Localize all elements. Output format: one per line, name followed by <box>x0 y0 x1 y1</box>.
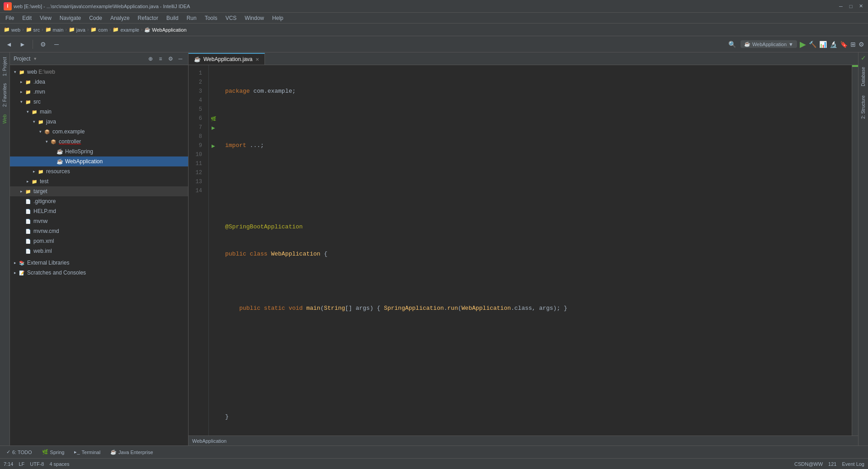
tree-item-pomxml[interactable]: 📄 pom.xml <box>10 236 188 246</box>
toolbar-minimize-panel-btn[interactable]: ─ <box>51 39 62 50</box>
profile-button[interactable]: 🔬 <box>830 41 837 48</box>
run-configuration-selector[interactable]: ☕ WebApplication ▼ <box>741 40 797 48</box>
tree-item-mvnwcmd[interactable]: 📄 mvnw.cmd <box>10 226 188 236</box>
line-num-7: 7 <box>189 123 205 132</box>
toolbar-forward-btn[interactable]: ► <box>17 39 28 50</box>
tree-item-idea[interactable]: 📁 .idea <box>10 77 188 87</box>
tree-label-mvnw: mvnw <box>33 218 47 224</box>
web-panel-label[interactable]: Web <box>1 112 8 126</box>
menu-run[interactable]: Run <box>183 14 200 22</box>
tree-item-target[interactable]: 📁 target <box>10 186 188 196</box>
gutter-4 <box>209 96 218 105</box>
tree-item-webiml[interactable]: 📄 web.iml <box>10 246 188 256</box>
menu-build[interactable]: Build <box>163 14 182 22</box>
menu-refactor[interactable]: Refactor <box>134 14 162 22</box>
build-button[interactable]: 🔨 <box>809 41 816 48</box>
code-line-5 <box>225 195 844 204</box>
tab-java-enterprise[interactable]: ☕ Java Enterprise <box>106 447 157 458</box>
toolbar-settings-btn[interactable]: ⚙ <box>38 39 48 50</box>
project-panel-dropdown-arrow[interactable]: ▼ <box>33 57 37 61</box>
tab-terminal[interactable]: ▸_ Terminal <box>70 447 105 458</box>
nav-com[interactable]: 📁 com <box>90 27 108 33</box>
nav-webapplication[interactable]: ☕ WebApplication <box>144 27 186 33</box>
tree-label-external: External Libraries <box>27 260 69 266</box>
tree-item-java[interactable]: 📁 java <box>10 117 188 127</box>
tree-item-resources[interactable]: 📁 resources <box>10 166 188 176</box>
todo-icon: ✓ <box>6 449 10 455</box>
favorites-panel-label[interactable]: 2: Favorites <box>1 81 8 109</box>
close-panel-btn[interactable]: ─ <box>176 55 184 63</box>
title-bar-left: I web [E:\web] - ...\src\main\java\com\e… <box>4 2 190 10</box>
file-icon-mvnwcmd: 📄 <box>24 227 32 235</box>
toolbar-search-everywhere-btn[interactable]: 🔍 <box>727 39 738 50</box>
maximize-button[interactable]: □ <box>847 3 854 10</box>
nav-main[interactable]: 📁 main <box>45 27 64 33</box>
status-bar: 7:14 LF UTF-8 4 spaces CSDN@WW 121 Event… <box>0 458 868 469</box>
menu-file[interactable]: File <box>2 14 18 22</box>
arrow-mvn <box>18 90 24 94</box>
menu-vcs[interactable]: VCS <box>222 14 241 22</box>
nav-web[interactable]: 📁 web <box>4 27 20 33</box>
tree-item-test[interactable]: 📁 test <box>10 176 188 186</box>
coverage-button[interactable]: 📊 <box>819 41 827 48</box>
menu-window[interactable]: Window <box>241 14 268 22</box>
nav-src[interactable]: 📁 src <box>26 27 40 33</box>
tab-close-btn[interactable]: ✕ <box>255 57 259 62</box>
project-settings-btn[interactable]: ⚙ <box>166 55 175 63</box>
tree-item-src[interactable]: 📁 src <box>10 97 188 107</box>
settings-gear-btn[interactable]: ⚙ <box>859 41 864 48</box>
tree-label-web: web E:\web <box>27 69 55 75</box>
menu-help[interactable]: Help <box>269 14 287 22</box>
tree-item-controller[interactable]: 📦 controller <box>10 137 188 147</box>
project-tree[interactable]: 📁 web E:\web 📁 .idea 📁 .mvn 📁 <box>10 65 188 445</box>
tree-label-src: src <box>33 99 41 105</box>
run-gutter-icon-7[interactable]: ▶ <box>212 125 215 130</box>
tree-item-hellospring[interactable]: ☕ HelloSpring <box>10 147 188 156</box>
layout-button[interactable]: ⊞ <box>850 41 856 48</box>
collapse-all-btn[interactable]: ≡ <box>156 55 165 63</box>
menu-view[interactable]: View <box>36 14 55 22</box>
event-log-label[interactable]: Event Log <box>842 461 864 467</box>
line-num-14: 14 <box>189 186 205 195</box>
tree-item-external-libraries[interactable]: 📚 External Libraries <box>10 258 188 268</box>
code-gutter: 🌿 ▶ ▶ <box>209 65 218 436</box>
locate-file-btn[interactable]: ⊕ <box>146 55 155 63</box>
title-bar: I web [E:\web] - ...\src\main\java\com\e… <box>0 0 868 13</box>
menu-navigate[interactable]: Navigate <box>56 14 85 22</box>
editor-tab-webapplication[interactable]: ☕ WebApplication.java ✕ <box>189 53 265 65</box>
spring-boot-gutter-icon: 🌿 <box>211 116 216 121</box>
run-button[interactable]: ▶ <box>800 39 806 49</box>
database-panel-label[interactable]: Database <box>860 63 867 90</box>
minimize-button[interactable]: ─ <box>837 3 844 10</box>
nav-example[interactable]: 📁 example <box>113 27 139 33</box>
code-editor[interactable]: package com.example; import ...; @Spring… <box>218 65 852 436</box>
gutter-10 <box>209 150 218 159</box>
tab-todo[interactable]: ✓ 6: TODO <box>2 447 37 458</box>
menu-code[interactable]: Code <box>85 14 106 22</box>
tree-item-mvn[interactable]: 📁 .mvn <box>10 87 188 97</box>
tab-spring[interactable]: 🌿 Spring <box>38 447 69 458</box>
project-panel-label[interactable]: 1: Project <box>1 54 8 79</box>
tree-item-main[interactable]: 📁 main <box>10 107 188 117</box>
project-panel: Project ▼ ⊕ ≡ ⚙ ─ 📁 web E:\web � <box>10 52 189 445</box>
navigation-bar: 📁 web › 📁 src › 📁 main › 📁 java › 📁 com … <box>0 24 868 36</box>
tree-item-web[interactable]: 📁 web E:\web <box>10 67 188 77</box>
menu-tools[interactable]: Tools <box>201 14 221 22</box>
tree-item-com-example[interactable]: 📦 com.example <box>10 127 188 137</box>
tree-item-webapplication[interactable]: ☕ WebApplication <box>10 156 188 166</box>
nav-java[interactable]: 📁 java <box>69 27 85 33</box>
editor-footer: WebApplication <box>189 436 858 445</box>
tree-item-help[interactable]: 📄 HELP.md <box>10 206 188 216</box>
tree-item-scratches[interactable]: 📝 Scratches and Consoles <box>10 268 188 278</box>
menu-analyze[interactable]: Analyze <box>107 14 133 22</box>
run-gutter-icon-9[interactable]: ▶ <box>212 143 215 148</box>
tree-item-gitignore[interactable]: 📄 .gitignore <box>10 196 188 206</box>
tree-item-mvnw[interactable]: 📄 mvnw <box>10 216 188 226</box>
bookmark-button[interactable]: 🔖 <box>840 41 848 48</box>
gutter-14 <box>209 186 218 195</box>
structure-panel-label[interactable]: 2: Structure <box>860 92 867 123</box>
arrow-target <box>18 189 24 194</box>
menu-edit[interactable]: Edit <box>19 14 35 22</box>
toolbar-back-btn[interactable]: ◄ <box>4 39 14 50</box>
close-button[interactable]: ✕ <box>857 3 864 10</box>
